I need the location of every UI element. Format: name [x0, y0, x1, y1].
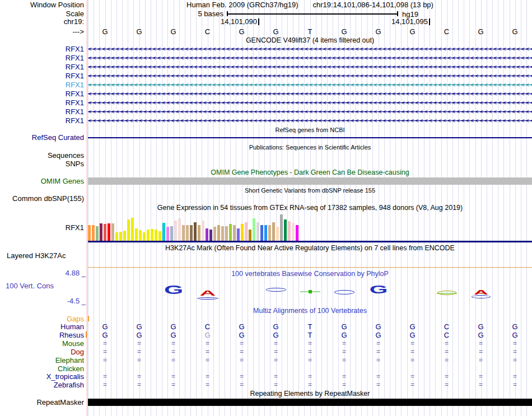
gtex-bar[interactable]	[237, 228, 240, 241]
gtex-bar[interactable]	[245, 222, 248, 241]
gtex-bar[interactable]	[186, 225, 189, 241]
alignment-identity-symbol: =	[395, 357, 430, 364]
repeatmasker-track-title[interactable]: Repeating Elements by RepeatMasker	[88, 390, 532, 398]
gtex-bar[interactable]	[284, 219, 287, 241]
gtex-bar[interactable]	[139, 230, 142, 241]
gtex-bar[interactable]	[264, 225, 267, 241]
gtex-bar[interactable]	[268, 225, 271, 241]
conservation-logo-letter: A	[197, 290, 219, 297]
omim-gene-item[interactable]	[88, 177, 532, 185]
gtex-bar[interactable]	[178, 218, 181, 241]
gtex-track-title[interactable]: Gene Expression in 54 tissues from GTEx …	[88, 204, 532, 212]
gaps-label: Gaps	[0, 315, 84, 322]
gtex-bar[interactable]	[213, 227, 216, 241]
gene-strand-arrows: <<<<<<<<<<<<<<<<<<<<<<<<<<<<<<<<<<<<<<<<…	[88, 63, 532, 71]
gtex-bar[interactable]	[198, 225, 200, 241]
alignment-base: G	[361, 331, 395, 339]
gtex-bar[interactable]	[194, 222, 197, 241]
dbsnp-track-title[interactable]: Short Genetic Variants from dbSNP releas…	[88, 187, 532, 194]
gtex-bar[interactable]	[202, 221, 204, 241]
gtex-bar[interactable]	[241, 224, 244, 241]
alignment-identity-symbol: =	[190, 373, 225, 380]
base-letter: G	[498, 28, 532, 36]
gtex-bar[interactable]	[166, 227, 169, 241]
gtex-bar[interactable]	[135, 228, 138, 241]
publications-track-title[interactable]: Publications: Sequences in Scientific Ar…	[88, 144, 532, 151]
gtex-bar[interactable]	[158, 231, 161, 241]
gtex-bar[interactable]	[131, 218, 134, 241]
gene-strand-arrows: <<<<<<<<<<<<<<<<<<<<<<<<<<<<<<<<<<<<<<<<…	[88, 45, 532, 53]
gtex-bar[interactable]	[92, 225, 95, 241]
gtex-bar[interactable]	[260, 225, 263, 241]
gtex-bar[interactable]	[119, 232, 122, 241]
gtex-bar[interactable]	[292, 223, 295, 241]
conservation-track-title[interactable]: 100 vertebrates Basewise Conservation by…	[88, 270, 532, 278]
gene-transcript-item[interactable]: <<<<<<<<<<<<<<<<<<<<<<<<<<<<<<<<<<<<<<<<…	[88, 99, 532, 106]
gtex-bar[interactable]	[151, 229, 153, 241]
gene-transcript-item[interactable]: <<<<<<<<<<<<<<<<<<<<<<<<<<<<<<<<<<<<<<<<…	[88, 117, 532, 124]
scale-bar-right-tick	[397, 11, 398, 16]
gtex-bar[interactable]	[256, 222, 259, 241]
gtex-bar[interactable]	[143, 232, 146, 241]
omim-track-title[interactable]: OMIM Gene Phenotypes - Dark Green Can Be…	[88, 169, 532, 176]
refseq-track-title[interactable]: RefSeq genes from NCBI	[88, 127, 532, 134]
gtex-bar[interactable]	[225, 226, 228, 241]
alignment-identity-symbol: =	[156, 348, 190, 356]
gene-transcript-item[interactable]: <<<<<<<<<<<<<<<<<<<<<<<<<<<<<<<<<<<<<<<<…	[88, 81, 532, 88]
gtex-bar[interactable]	[253, 218, 255, 241]
gtex-bar[interactable]	[296, 225, 298, 241]
gene-transcript-item[interactable]: <<<<<<<<<<<<<<<<<<<<<<<<<<<<<<<<<<<<<<<<…	[88, 90, 532, 97]
gtex-bar[interactable]	[147, 230, 150, 241]
repeatmasker-label: RepeatMasker	[0, 399, 84, 406]
gtex-bar[interactable]	[155, 230, 157, 241]
gtex-bar[interactable]	[182, 225, 185, 241]
gtex-bar[interactable]	[229, 224, 232, 241]
gtex-bar[interactable]	[96, 226, 99, 241]
conservation-logo-dot	[309, 290, 312, 293]
gtex-bar[interactable]	[123, 231, 126, 241]
gtex-bar[interactable]	[190, 225, 193, 241]
alignment-identity-symbol: =	[395, 348, 430, 356]
gtex-bar[interactable]	[288, 221, 291, 241]
gtex-bar[interactable]	[127, 219, 130, 241]
gtex-bar[interactable]	[111, 223, 114, 241]
gtex-bar[interactable]	[217, 225, 220, 241]
gtex-bar[interactable]	[88, 225, 91, 241]
multiz-track-title[interactable]: Multiz Alignments of 100 Vertebrates	[88, 307, 532, 315]
gtex-bar[interactable]	[233, 225, 236, 241]
gtex-bar[interactable]	[206, 228, 208, 241]
gtex-bar[interactable]	[100, 223, 102, 241]
alignment-identity-symbol: =	[190, 357, 225, 364]
gtex-bar[interactable]	[221, 226, 224, 241]
refseq-curated-item[interactable]	[88, 137, 532, 138]
gtex-bar[interactable]	[272, 222, 275, 241]
gtex-bar[interactable]	[280, 214, 283, 241]
gtex-bar[interactable]	[115, 232, 118, 241]
gene-label: RFX1	[0, 117, 84, 124]
gtex-bar[interactable]	[104, 224, 106, 241]
gene-transcript-item[interactable]: <<<<<<<<<<<<<<<<<<<<<<<<<<<<<<<<<<<<<<<<…	[88, 63, 532, 71]
gtex-bar[interactable]	[162, 223, 165, 241]
alignment-base: G	[464, 323, 498, 330]
strand-label: --->	[0, 28, 84, 35]
gene-transcript-item[interactable]: <<<<<<<<<<<<<<<<<<<<<<<<<<<<<<<<<<<<<<<<…	[88, 108, 532, 115]
gene-transcript-item[interactable]: <<<<<<<<<<<<<<<<<<<<<<<<<<<<<<<<<<<<<<<<…	[88, 54, 532, 62]
species-label: X_tropicalis	[0, 373, 84, 380]
gene-transcript-item[interactable]: <<<<<<<<<<<<<<<<<<<<<<<<<<<<<<<<<<<<<<<<…	[88, 72, 532, 80]
repeatmasker-item[interactable]	[88, 399, 532, 406]
gtex-bar[interactable]	[276, 227, 279, 241]
alignment-base: G	[122, 331, 156, 339]
gtex-bar[interactable]	[170, 226, 173, 241]
alignment-identity-symbol: =	[498, 340, 532, 347]
gtex-bar[interactable]	[249, 230, 251, 241]
gtex-bar[interactable]	[108, 223, 110, 241]
gtex-bar[interactable]	[209, 230, 212, 241]
alignment-identity-symbol: =	[327, 381, 361, 389]
species-label: Dog	[0, 348, 84, 356]
gtex-bar[interactable]	[174, 221, 177, 241]
gencode-track-title[interactable]: GENCODE V49lift37 (4 items filtered out)	[88, 37, 532, 44]
h3k27ac-track-title[interactable]: H3K27Ac Mark (Often Found Near Active Re…	[88, 245, 532, 252]
gene-transcript-item[interactable]: <<<<<<<<<<<<<<<<<<<<<<<<<<<<<<<<<<<<<<<<…	[88, 45, 532, 53]
alignment-base: G	[327, 331, 361, 339]
gene-label: RFX1	[0, 45, 84, 53]
